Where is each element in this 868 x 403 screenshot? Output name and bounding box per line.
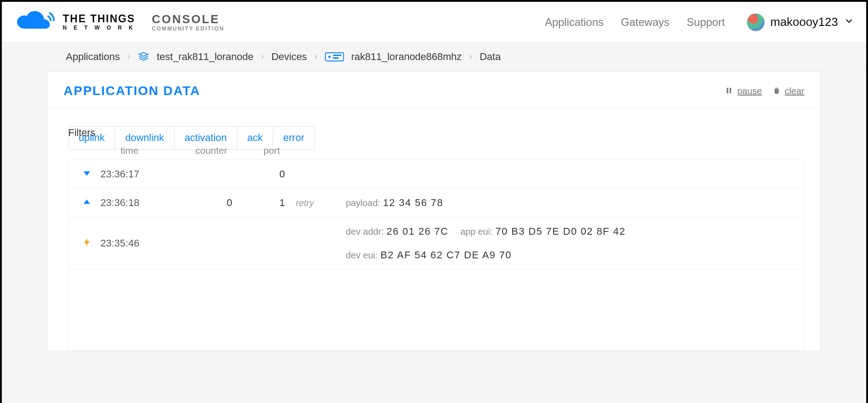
payload-value: 26 01 26 7C xyxy=(387,226,449,237)
crumb-devices[interactable]: Devices xyxy=(271,51,307,63)
breadcrumb-bar: Applications › test_rak811_loranode › De… xyxy=(2,43,866,71)
user-menu[interactable]: makoooy123 xyxy=(747,13,853,31)
card-header: APPLICATION DATA pause clear xyxy=(48,72,820,108)
row-flag: retry xyxy=(296,198,346,208)
brand-logo[interactable]: THE THINGS N E T W O R K CONSOLE COMMUNI… xyxy=(15,10,224,35)
chevron-down-icon xyxy=(845,17,853,27)
trash-icon xyxy=(773,87,781,95)
brand-text: THE THINGS N E T W O R K xyxy=(63,14,135,30)
svg-point-1 xyxy=(328,56,330,58)
nav-applications[interactable]: Applications xyxy=(545,16,604,29)
payload-label: dev eui: xyxy=(346,250,378,260)
row-payload: payload: 12 34 56 78 xyxy=(346,197,799,209)
svg-rect-5 xyxy=(730,88,732,93)
table-row[interactable]: 23:35:46dev addr: 26 01 26 7Capp eui: 70… xyxy=(69,217,804,270)
stack-icon xyxy=(138,51,150,63)
chevron-right-icon: › xyxy=(261,51,264,63)
svg-rect-3 xyxy=(333,57,339,59)
breadcrumb: Applications › test_rak811_loranode › De… xyxy=(48,51,820,63)
filters-label: Filters xyxy=(68,127,95,138)
col-port: port xyxy=(236,145,291,156)
brand-line1: THE THINGS xyxy=(63,14,135,24)
row-time: 23:36:18 xyxy=(100,197,169,209)
chevron-right-icon: › xyxy=(314,51,317,63)
crumb-device-id[interactable]: rak811_loranode868mhz xyxy=(351,51,462,63)
avatar xyxy=(747,13,765,31)
col-time: time xyxy=(95,145,164,156)
payload-value: 12 34 56 78 xyxy=(383,197,444,208)
row-time: 23:36:17 xyxy=(100,168,169,180)
row-payload: dev addr: 26 01 26 7Capp eui: 70 B3 D5 7… xyxy=(346,226,799,261)
crumb-applications[interactable]: Applications xyxy=(66,51,120,63)
pause-button[interactable]: pause xyxy=(725,86,762,96)
payload-label: payload: xyxy=(346,198,380,208)
svg-rect-2 xyxy=(333,55,341,56)
payload-label: app eui: xyxy=(460,227,493,237)
brand-console: CONSOLE COMMUNITY EDITION xyxy=(152,13,224,31)
nav-links: Applications Gateways Support xyxy=(545,16,725,29)
arrow-down-icon xyxy=(84,170,90,178)
svg-rect-0 xyxy=(325,53,344,61)
crumb-app-id[interactable]: test_rak811_loranode xyxy=(157,51,254,63)
page-title: APPLICATION DATA xyxy=(64,84,200,98)
payload-value: 70 B3 D5 7E D0 02 8F 42 xyxy=(495,226,625,237)
brand-console-line2: COMMUNITY EDITION xyxy=(152,26,224,31)
top-nav: THE THINGS N E T W O R K CONSOLE COMMUNI… xyxy=(2,2,866,43)
data-card: APPLICATION DATA pause clear xyxy=(48,71,820,351)
svg-rect-4 xyxy=(727,88,728,93)
pause-label: pause xyxy=(737,86,762,96)
row-counter: 0 xyxy=(169,197,241,209)
nav-support[interactable]: Support xyxy=(687,16,725,29)
crumb-data: Data xyxy=(479,51,500,63)
chevron-right-icon: › xyxy=(127,51,130,63)
clear-label: clear xyxy=(785,86,804,96)
bolt-icon xyxy=(84,238,90,248)
row-time: 23:35:46 xyxy=(100,237,169,249)
chevron-right-icon: › xyxy=(469,51,472,63)
payload-label: dev addr: xyxy=(346,227,384,237)
username: makoooy123 xyxy=(770,15,838,29)
brand-console-line1: CONSOLE xyxy=(152,13,224,25)
card-actions: pause clear xyxy=(725,86,804,96)
table-row[interactable]: 23:36:170 xyxy=(69,160,804,189)
data-rows: 23:36:17023:36:1801retrypayload: 12 34 5… xyxy=(68,160,804,351)
clear-button[interactable]: clear xyxy=(773,86,804,96)
arrow-up-icon xyxy=(84,199,90,207)
payload-value: B2 AF 54 62 C7 DE A9 70 xyxy=(380,249,512,261)
page-body: APPLICATION DATA pause clear xyxy=(2,71,866,403)
col-counter: counter xyxy=(164,145,236,156)
cloud-icon xyxy=(15,10,56,35)
pause-icon xyxy=(725,87,733,95)
nav-gateways[interactable]: Gateways xyxy=(621,16,669,29)
table-row[interactable]: 23:36:1801retrypayload: 12 34 56 78 xyxy=(69,189,804,217)
brand-line2: N E T W O R K xyxy=(63,25,135,30)
row-port: 0 xyxy=(241,168,296,180)
device-icon xyxy=(325,51,344,63)
row-port: 1 xyxy=(241,197,296,209)
data-table: time counter port 23:36:17023:36:1801ret… xyxy=(48,139,820,351)
